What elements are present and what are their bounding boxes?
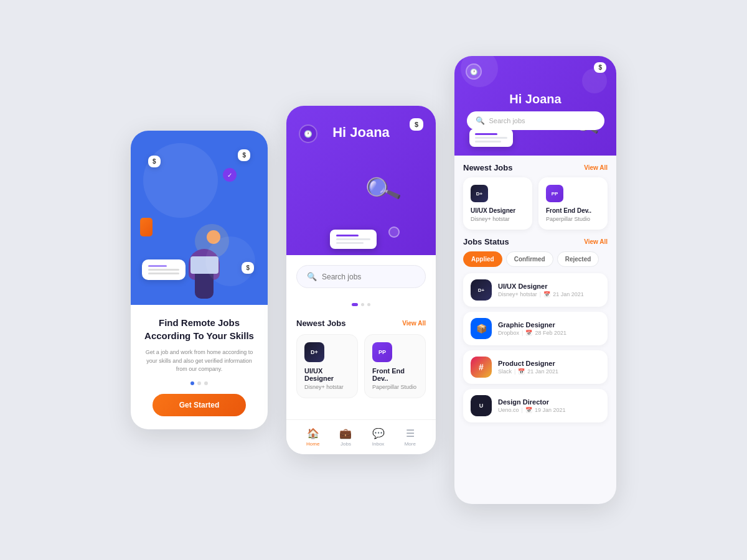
- job-info-meta-graphic: Dropbox | 📅 28 Feb 2021: [498, 330, 600, 336]
- inbox-icon: 💬: [372, 427, 385, 439]
- pager-dot-3: [367, 303, 370, 306]
- dot-3: [204, 381, 208, 385]
- job-card-frontend[interactable]: PP Front End Dev.. Paperpillar Studio: [364, 334, 426, 398]
- job-list-graphic[interactable]: 📦 Graphic Designer Dropbox | 📅 28 Feb 20…: [463, 312, 608, 345]
- dollar-deco: $: [594, 62, 606, 73]
- nav-more-label: More: [405, 441, 416, 447]
- nav-home-label: Home: [306, 441, 319, 447]
- dashboard-job-uiux[interactable]: D+ UI/UX Designer Disney+ hotstar: [463, 177, 532, 230]
- get-started-button[interactable]: Get Started: [153, 394, 246, 416]
- job-info-product: Product Designer Slack | 📅 21 Jan 2021: [498, 360, 600, 375]
- search-input[interactable]: [322, 273, 415, 281]
- more-icon: ☰: [406, 427, 415, 439]
- dot-1: [190, 381, 194, 385]
- company-name-product: Slack: [498, 368, 512, 375]
- onboarding-headline: Find Remote Jobs According To Your Skill…: [141, 316, 258, 342]
- dashboard-body: Newest Jobs View All D+ UI/UX Designer D…: [454, 156, 616, 504]
- search-bar[interactable]: 🔍: [296, 265, 426, 288]
- job-info-title-product: Product Designer: [498, 360, 600, 367]
- jobs-icon: 💼: [339, 427, 352, 439]
- tab-applied[interactable]: Applied: [463, 251, 502, 267]
- calendar-icon-director: 📅: [525, 407, 532, 413]
- company-name-director: Ueno.co: [498, 407, 519, 413]
- dashboard-screen: 🕐 $ 🔍 Hi Joana 🔍 Search jobs Newest Jobs…: [454, 56, 616, 504]
- dollar-badge-3: $: [242, 262, 254, 274]
- dashboard-greeting: Hi Joana: [509, 92, 561, 106]
- dot-2: [197, 381, 201, 385]
- job-title-frontend: Front End Dev..: [372, 367, 418, 382]
- date-product: 21 Jan 2021: [527, 368, 558, 375]
- dashboard-newest-header: Newest Jobs View All: [463, 163, 608, 172]
- view-all-status-button[interactable]: View All: [584, 238, 608, 245]
- nav-home[interactable]: 🏠 Home: [306, 427, 319, 447]
- job-list-director[interactable]: U Design Director Ueno.co | 📅 19 Jan 202…: [463, 389, 608, 422]
- orange-can-decoration: [140, 218, 153, 236]
- nav-inbox-label: Inbox: [372, 441, 385, 447]
- calendar-icon-graphic: 📅: [525, 330, 532, 336]
- dollar-badge-2: $: [238, 149, 250, 161]
- bottom-navigation: 🏠 Home 💼 Jobs 💬 Inbox ☰ More: [286, 419, 436, 454]
- view-all-newest3-button[interactable]: View All: [584, 164, 608, 171]
- ueno-avatar: U: [471, 395, 492, 416]
- job-mini-card: [330, 230, 377, 249]
- nav-more[interactable]: ☰ More: [405, 427, 416, 447]
- home-icon: 🏠: [307, 427, 319, 439]
- dashboard-job-frontend[interactable]: PP Front End Dev.. Paperpillar Studio: [538, 177, 608, 230]
- check-badge: ✓: [223, 168, 237, 182]
- job-info-title-director: Design Director: [498, 398, 600, 406]
- home-content: Newest Jobs View All D+ UI/UX Designer D…: [286, 311, 436, 419]
- hotstar-logo-3: D+: [471, 185, 488, 202]
- paperpillar-logo-3: PP: [546, 185, 563, 202]
- search-icon: 🔍: [307, 272, 317, 281]
- dollar-hero-badge: $: [410, 118, 423, 131]
- calendar-icon-product: 📅: [518, 368, 525, 375]
- check-circle-deco: [388, 226, 400, 238]
- tab-confirmed[interactable]: Confirmed: [506, 251, 553, 267]
- hotstar-logo: D+: [304, 342, 324, 362]
- job-info-title-graphic: Graphic Designer: [498, 321, 600, 329]
- hotstar-avatar: D+: [471, 279, 492, 301]
- dashboard-job-cards: D+ UI/UX Designer Disney+ hotstar PP Fro…: [463, 177, 608, 230]
- pager-dot-2: [361, 303, 364, 306]
- calendar-icon-uiux: 📅: [543, 291, 550, 297]
- dashboard-job-company-hotstar: Disney+ hotstar: [471, 216, 525, 222]
- dashboard-job-company-paperpillar: Paperpillar Studio: [546, 216, 600, 222]
- dashboard-search-bar[interactable]: 🔍 Search jobs: [467, 111, 604, 130]
- clock-deco: 🕐: [466, 63, 482, 80]
- job-info-title-uiux: UI/UX Designer: [498, 282, 600, 290]
- newest-jobs-header: Newest Jobs View All: [296, 319, 426, 328]
- job-info-director: Design Director Ueno.co | 📅 19 Jan 2021: [498, 398, 600, 413]
- date-director: 19 Jan 2021: [535, 407, 566, 413]
- pager-dot-1: [352, 303, 358, 306]
- job-card-uiux[interactable]: D+ UI/UX Designer Disney+ hotstar: [296, 334, 358, 398]
- job-list-product[interactable]: # Product Designer Slack | 📅 21 Jan 2021: [463, 350, 608, 384]
- dashboard-newest-title: Newest Jobs: [463, 163, 512, 172]
- newest-jobs-title: Newest Jobs: [296, 319, 345, 328]
- status-tabs: Applied Confirmed Rejected: [463, 251, 608, 267]
- nav-inbox[interactable]: 💬 Inbox: [372, 427, 385, 447]
- meta-separator-director: |: [522, 407, 523, 413]
- dashboard-job-title-frontend: Front End Dev..: [546, 207, 600, 214]
- magnifier-icon: 🔍: [362, 170, 403, 210]
- pagination-dots: [141, 381, 258, 385]
- nav-jobs-label: Jobs: [341, 441, 351, 447]
- nav-jobs[interactable]: 💼 Jobs: [339, 427, 352, 447]
- view-all-newest-button[interactable]: View All: [402, 320, 426, 327]
- tab-rejected[interactable]: Rejected: [557, 251, 599, 267]
- job-info-meta-product: Slack | 📅 21 Jan 2021: [498, 368, 600, 375]
- search-container: 🔍: [286, 255, 436, 298]
- dashboard-hero: 🕐 $ 🔍 Hi Joana 🔍 Search jobs: [454, 56, 616, 156]
- home-hero: 🕐 $ Hi Joana 🔍: [286, 106, 436, 255]
- job-cards-row: D+ UI/UX Designer Disney+ hotstar PP Fro…: [296, 334, 426, 398]
- dashboard-search-icon: 🔍: [476, 116, 485, 125]
- company-name-uiux: Disney+ hotstar: [498, 291, 537, 297]
- jobs-status-header: Jobs Status View All: [463, 237, 608, 246]
- paperpillar-logo: PP: [372, 342, 392, 362]
- mini-card-deco: [469, 129, 513, 147]
- onboarding-screen: $ $ $ ✓ Find Remote Jobs According To Yo…: [131, 131, 268, 429]
- dashboard-job-title-uiux: UI/UX Designer: [471, 207, 525, 214]
- job-info-meta-uiux: Disney+ hotstar | 📅 21 Jan 2021: [498, 291, 600, 297]
- job-list-uiux[interactable]: D+ UI/UX Designer Disney+ hotstar | 📅 21…: [463, 273, 608, 307]
- meta-separator-product: |: [514, 368, 515, 375]
- job-title-uiux: UI/UX Designer: [304, 367, 350, 382]
